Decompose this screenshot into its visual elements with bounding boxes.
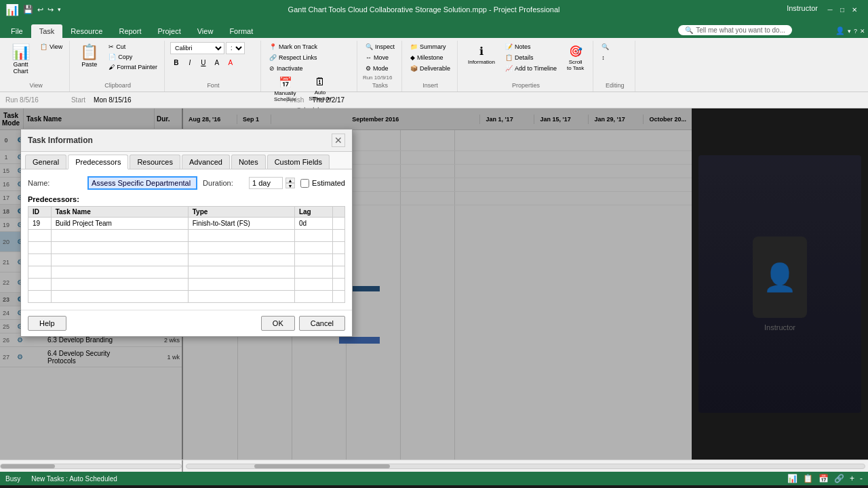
add-to-timeline-btn[interactable]: 📈Add to Timeline xyxy=(502,64,559,73)
undo-btn[interactable]: ↩ xyxy=(37,5,43,14)
scroll-to-task-btn[interactable]: 🎯 Scroll to Task xyxy=(562,42,589,74)
close-ribbon-btn[interactable]: ✕ xyxy=(860,28,865,35)
redo-btn[interactable]: ↪ xyxy=(47,5,54,14)
pred-scroll-cell xyxy=(333,218,345,230)
tab-resources[interactable]: Resources xyxy=(130,155,180,169)
dialog-tabs: General Predecessors Resources Advanced … xyxy=(21,152,352,169)
search-btn[interactable]: 🔍 xyxy=(599,42,612,52)
col-type: Type xyxy=(188,207,294,218)
format-painter-btn[interactable]: 🖌Format Painter xyxy=(106,62,160,72)
properties-group-label: Properties xyxy=(463,81,589,90)
mark-on-track-btn[interactable]: 📍Mark on Track xyxy=(267,42,320,52)
move-btn[interactable]: ↔Move xyxy=(363,53,391,62)
duration-spinner[interactable]: ▲ ▼ xyxy=(285,178,295,188)
run-date: Run 8/5/16 xyxy=(5,96,39,104)
notes-btn[interactable]: 📝Notes xyxy=(502,42,559,52)
cancel-button[interactable]: Cancel xyxy=(299,316,345,331)
title-bar: 📊 💾 ↩ ↪ ▾ Gantt Chart Tools Cloud Collab… xyxy=(0,0,868,19)
tab-advanced[interactable]: Advanced xyxy=(182,155,230,169)
tab-predecessors[interactable]: Predecessors xyxy=(68,155,128,169)
details-btn[interactable]: 📋Details xyxy=(502,53,559,62)
mode-btn[interactable]: ⚙Mode xyxy=(363,64,391,73)
duration-down-btn[interactable]: ▼ xyxy=(285,183,295,188)
run-label: Run 10/9/16 xyxy=(363,75,393,81)
help-btn[interactable]: ? xyxy=(854,28,857,35)
tab-report[interactable]: Report xyxy=(111,24,149,38)
information-btn[interactable]: ℹ Information xyxy=(463,42,500,68)
deliverable-btn[interactable]: 📦Deliverable xyxy=(408,64,453,73)
milestone-btn[interactable]: ◆Milestone xyxy=(408,53,446,62)
tab-project[interactable]: Project xyxy=(149,24,189,38)
help-button[interactable]: Help xyxy=(28,316,66,331)
chart-horizontal-scrollbar[interactable] xyxy=(186,464,865,469)
duration-field: ▲ ▼ xyxy=(249,177,295,189)
font-size-select[interactable]: 11 xyxy=(226,42,245,54)
inactivate-btn[interactable]: ⊘Inactivate xyxy=(267,64,306,73)
zoom-out-icon[interactable]: - xyxy=(860,474,863,483)
name-input[interactable] xyxy=(87,176,197,190)
tab-format[interactable]: Format xyxy=(221,24,261,38)
dialog-body: Name: Duration: ▲ ▼ Estimated xyxy=(21,169,352,310)
tab-custom-fields[interactable]: Custom Fields xyxy=(267,155,330,169)
close-window-btn[interactable]: ✕ xyxy=(849,4,860,15)
copy-btn[interactable]: 📄Copy xyxy=(106,52,160,62)
clipboard-group-label: Clipboard xyxy=(75,81,160,90)
tell-me-bar[interactable]: 🔍 Tell me what you want to do... xyxy=(678,25,792,35)
cut-btn[interactable]: ✂Cut xyxy=(106,42,160,52)
zoom-in-icon[interactable]: + xyxy=(850,474,854,483)
pred-empty-row[interactable] xyxy=(28,254,345,266)
sort-btn[interactable]: ↕ xyxy=(599,53,612,62)
pred-row[interactable]: 19 Build Project Team Finish-to-Start (F… xyxy=(28,218,345,230)
predecessors-table: ID Task Name Type Lag 19 Build Project T… xyxy=(28,206,345,303)
pred-empty-row[interactable] xyxy=(28,230,345,242)
view-btn[interactable]: 📋View xyxy=(37,42,65,52)
font-name-select[interactable]: Calibri xyxy=(170,42,224,54)
font-color-btn[interactable]: A xyxy=(224,56,237,68)
ribbon-group-insert: 📁Summary ◆Milestone 📦Deliverable Insert xyxy=(403,41,458,92)
duration-up-btn[interactable]: ▲ xyxy=(285,178,295,183)
pred-type: Finish-to-Start (FS) xyxy=(188,218,294,230)
network-view-icon[interactable]: 🔗 xyxy=(834,474,844,483)
paste-btn[interactable]: 📋 Paste xyxy=(75,42,103,70)
pred-empty-row[interactable] xyxy=(28,242,345,254)
horizontal-scrollbar[interactable] xyxy=(0,464,182,469)
ribbon-group-tasks: 🔍Inspect ↔Move ⚙Mode Run 10/9/16 Tasks xyxy=(359,41,402,92)
minimize-btn[interactable]: ─ xyxy=(825,4,835,15)
table-view-icon[interactable]: 📋 xyxy=(803,474,813,483)
pred-empty-row[interactable] xyxy=(28,291,345,303)
tab-general[interactable]: General xyxy=(25,155,66,169)
ok-button[interactable]: OK xyxy=(261,316,295,331)
gantt-bottom-bar xyxy=(0,460,868,472)
gantt-chart-btn[interactable]: 📊 Gantt Chart xyxy=(7,42,35,77)
pred-empty-row[interactable] xyxy=(28,279,345,291)
underline-btn[interactable]: U xyxy=(197,56,210,68)
duration-input[interactable] xyxy=(249,177,283,189)
account-btn[interactable]: 👤 xyxy=(835,26,845,35)
chart-view-icon[interactable]: 📊 xyxy=(787,474,797,483)
italic-btn[interactable]: I xyxy=(184,56,196,68)
quick-save[interactable]: 💾 xyxy=(23,5,33,14)
ribbon-minimize-btn[interactable]: ▾ xyxy=(848,28,851,35)
respect-links-btn[interactable]: 🔗Respect Links xyxy=(267,53,320,62)
tab-resource[interactable]: Resource xyxy=(62,24,111,38)
tab-file[interactable]: File xyxy=(3,24,31,38)
inspect-btn[interactable]: 🔍Inspect xyxy=(363,42,397,52)
bold-btn[interactable]: B xyxy=(170,56,182,68)
summary-btn[interactable]: 📁Summary xyxy=(408,42,449,52)
calendar-view-icon[interactable]: 📅 xyxy=(818,474,829,483)
estimated-checkbox[interactable] xyxy=(300,179,309,188)
tab-view[interactable]: View xyxy=(189,24,222,38)
dialog-close-btn[interactable]: ✕ xyxy=(332,134,345,147)
ribbon-group-editing: 🔍 ↕ Editing xyxy=(595,41,635,92)
status-icons: 📊 📋 📅 🔗 + - xyxy=(787,474,863,483)
restore-btn[interactable]: □ xyxy=(837,4,848,15)
tab-notes[interactable]: Notes xyxy=(231,155,266,169)
estimated-label: Estimated xyxy=(312,179,345,187)
highlight-btn[interactable]: A xyxy=(211,56,223,68)
predecessors-section: Predecessors: ID Task Name Type Lag xyxy=(28,195,345,303)
dialog-footer: Help OK Cancel xyxy=(21,310,352,336)
duration-label: Duration: xyxy=(203,179,243,187)
pred-empty-row[interactable] xyxy=(28,266,345,279)
name-label: Name: xyxy=(28,179,82,187)
tab-task[interactable]: Task xyxy=(31,24,63,38)
